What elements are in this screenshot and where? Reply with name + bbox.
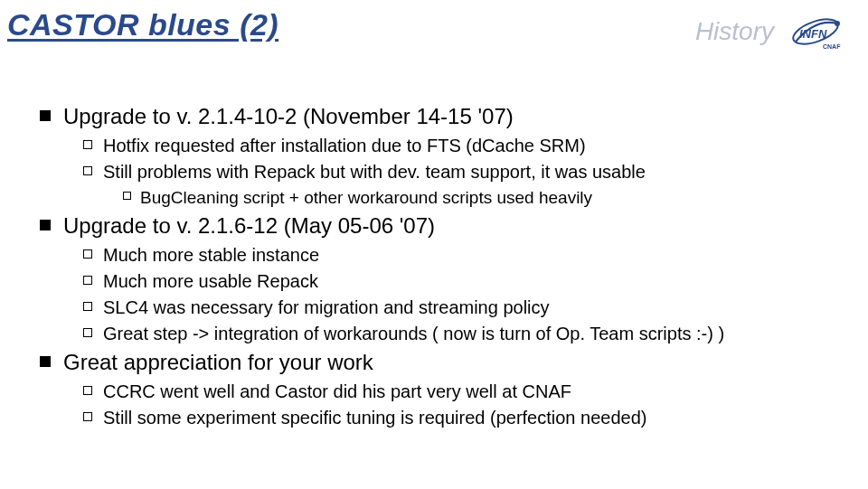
- list-text: Hotfix requested after installation due …: [103, 134, 586, 158]
- list-text: Still some experiment specific tuning is…: [103, 406, 646, 430]
- list-item: Much more stable instance: [83, 243, 850, 268]
- list-item: Still some experiment specific tuning is…: [83, 406, 850, 430]
- bullet-square-filled: [40, 110, 51, 121]
- list-text: BugCleaning script + other workaround sc…: [140, 186, 592, 210]
- list-text: Much more stable instance: [103, 243, 319, 268]
- list-text: Upgrade to v. 2.1.6-12 (May 05-06 '07): [63, 212, 435, 240]
- bullet-square-filled: [40, 356, 51, 367]
- infn-logo: INFN CNAF: [783, 11, 850, 52]
- history-label: History: [695, 17, 774, 46]
- list-item: SLC4 was necessary for migration and str…: [83, 296, 850, 320]
- list-item: BugCleaning script + other workaround sc…: [123, 186, 850, 210]
- bullet-square-hollow: [83, 412, 92, 421]
- svg-text:CNAF: CNAF: [823, 43, 841, 50]
- list-item: Still problems with Repack but with dev.…: [83, 160, 850, 184]
- list-text: SLC4 was necessary for migration and str…: [103, 296, 550, 320]
- list-item: Upgrade to v. 2.1.6-12 (May 05-06 '07): [40, 212, 850, 240]
- list-text: Still problems with Repack but with dev.…: [103, 160, 646, 184]
- list-text: Much more usable Repack: [103, 269, 318, 294]
- slide-title: CASTOR blues (2): [7, 7, 278, 42]
- bullet-square-hollow: [123, 192, 131, 200]
- list-item: Great appreciation for your work: [40, 348, 850, 376]
- svg-text:INFN: INFN: [799, 27, 827, 41]
- list-item: CCRC went well and Castor did his part v…: [83, 380, 850, 404]
- list-text: Great appreciation for your work: [63, 348, 373, 376]
- slide-body: Upgrade to v. 2.1.4-10-2 (November 14-15…: [0, 52, 868, 430]
- bullet-square-hollow: [83, 386, 92, 395]
- svg-point-1: [835, 21, 840, 26]
- bullet-square-hollow: [83, 249, 92, 259]
- list-text: Upgrade to v. 2.1.4-10-2 (November 14-15…: [63, 102, 514, 130]
- list-item: Great step -> integration of workarounds…: [83, 322, 850, 346]
- bullet-square-hollow: [83, 166, 92, 175]
- bullet-square-hollow: [83, 328, 92, 337]
- bullet-square-filled: [40, 220, 51, 230]
- list-item: Hotfix requested after installation due …: [83, 134, 850, 158]
- list-item: Much more usable Repack: [83, 269, 850, 294]
- list-item: Upgrade to v. 2.1.4-10-2 (November 14-15…: [40, 102, 850, 130]
- list-text: CCRC went well and Castor did his part v…: [103, 380, 571, 404]
- list-text: Great step -> integration of workarounds…: [103, 322, 724, 346]
- bullet-square-hollow: [83, 302, 92, 311]
- bullet-square-hollow: [83, 140, 92, 149]
- bullet-square-hollow: [83, 276, 92, 285]
